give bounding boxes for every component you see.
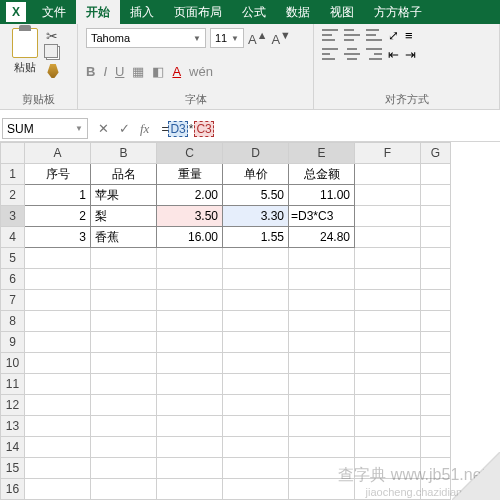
col-header[interactable]: D: [223, 143, 289, 164]
cell[interactable]: [91, 479, 157, 500]
orientation-icon[interactable]: ⤢: [388, 28, 399, 43]
cell[interactable]: 24.80: [289, 227, 355, 248]
tab-grid-addon[interactable]: 方方格子: [364, 0, 432, 24]
cell[interactable]: [355, 374, 421, 395]
cell[interactable]: [289, 311, 355, 332]
paste-button[interactable]: 粘贴: [8, 28, 42, 78]
cell[interactable]: [223, 479, 289, 500]
cell[interactable]: [355, 185, 421, 206]
cell[interactable]: [223, 395, 289, 416]
row-header[interactable]: 5: [1, 248, 25, 269]
cancel-formula-icon[interactable]: ✕: [98, 121, 109, 136]
copy-icon[interactable]: [46, 46, 60, 60]
cell[interactable]: [157, 332, 223, 353]
cell[interactable]: [223, 311, 289, 332]
cell[interactable]: [355, 479, 421, 500]
row-header[interactable]: 10: [1, 353, 25, 374]
row-header[interactable]: 4: [1, 227, 25, 248]
cell[interactable]: [355, 458, 421, 479]
cell-d3-ref[interactable]: 3.30: [223, 206, 289, 227]
cell[interactable]: 单价: [223, 164, 289, 185]
confirm-formula-icon[interactable]: ✓: [119, 121, 130, 136]
cell[interactable]: [355, 332, 421, 353]
cell[interactable]: [25, 290, 91, 311]
format-painter-icon[interactable]: [46, 64, 60, 78]
increase-indent-icon[interactable]: ⇥: [405, 47, 416, 62]
tab-home[interactable]: 开始: [76, 0, 120, 24]
cell[interactable]: 2.00: [157, 185, 223, 206]
col-header[interactable]: G: [421, 143, 451, 164]
cell[interactable]: [289, 395, 355, 416]
cell[interactable]: [421, 227, 451, 248]
row-header[interactable]: 3: [1, 206, 25, 227]
cell[interactable]: 香蕉: [91, 227, 157, 248]
row-header[interactable]: 7: [1, 290, 25, 311]
cell[interactable]: [289, 458, 355, 479]
row-header[interactable]: 12: [1, 395, 25, 416]
row-header[interactable]: 13: [1, 416, 25, 437]
italic-button[interactable]: I: [103, 64, 107, 79]
tab-formulas[interactable]: 公式: [232, 0, 276, 24]
cell[interactable]: [421, 416, 451, 437]
cell[interactable]: 苹果: [91, 185, 157, 206]
cell[interactable]: 序号: [25, 164, 91, 185]
cell[interactable]: 3: [25, 227, 91, 248]
cell[interactable]: [157, 437, 223, 458]
cell[interactable]: [157, 416, 223, 437]
cell[interactable]: [289, 332, 355, 353]
row-header[interactable]: 15: [1, 458, 25, 479]
decrease-indent-icon[interactable]: ⇤: [388, 47, 399, 62]
cell[interactable]: 1.55: [223, 227, 289, 248]
cell[interactable]: [25, 437, 91, 458]
align-top-icon[interactable]: [322, 28, 338, 42]
cell[interactable]: [421, 437, 451, 458]
cell[interactable]: [25, 458, 91, 479]
align-right-icon[interactable]: [366, 47, 382, 61]
cell[interactable]: [223, 269, 289, 290]
cell[interactable]: [421, 353, 451, 374]
cell[interactable]: 重量: [157, 164, 223, 185]
cell[interactable]: [355, 437, 421, 458]
cell[interactable]: 梨: [91, 206, 157, 227]
tab-file[interactable]: 文件: [32, 0, 76, 24]
shrink-font-icon[interactable]: A▼: [271, 29, 290, 47]
align-left-icon[interactable]: [322, 47, 338, 61]
cell[interactable]: [25, 248, 91, 269]
row-header[interactable]: 8: [1, 311, 25, 332]
cell[interactable]: [289, 353, 355, 374]
cell[interactable]: [157, 395, 223, 416]
cell[interactable]: [355, 269, 421, 290]
cell[interactable]: [421, 164, 451, 185]
cell[interactable]: [355, 395, 421, 416]
align-middle-icon[interactable]: [344, 28, 360, 42]
cell[interactable]: [25, 395, 91, 416]
cell[interactable]: [223, 416, 289, 437]
cell[interactable]: [421, 290, 451, 311]
col-header[interactable]: B: [91, 143, 157, 164]
cell[interactable]: [91, 353, 157, 374]
cell[interactable]: [355, 164, 421, 185]
col-header[interactable]: C: [157, 143, 223, 164]
col-header[interactable]: F: [355, 143, 421, 164]
cell[interactable]: [25, 311, 91, 332]
cell[interactable]: [355, 416, 421, 437]
cell[interactable]: [91, 437, 157, 458]
spreadsheet-grid[interactable]: A B C D E F G 1 序号 品名 重量 单价 总金额 2 1 苹果 2…: [0, 142, 500, 500]
font-color-button[interactable]: A: [172, 64, 181, 79]
cell[interactable]: [25, 416, 91, 437]
cell[interactable]: [223, 437, 289, 458]
cell[interactable]: [355, 290, 421, 311]
cell[interactable]: [223, 458, 289, 479]
cell[interactable]: [223, 374, 289, 395]
row-header[interactable]: 6: [1, 269, 25, 290]
wrap-text-button[interactable]: ≡: [405, 28, 413, 43]
row-header[interactable]: 1: [1, 164, 25, 185]
cell[interactable]: [25, 353, 91, 374]
insert-function-icon[interactable]: fx: [140, 121, 149, 137]
cell[interactable]: [289, 248, 355, 269]
bold-button[interactable]: B: [86, 64, 95, 79]
cell[interactable]: [91, 269, 157, 290]
cell[interactable]: 总金额: [289, 164, 355, 185]
font-size-combo[interactable]: 11▼: [210, 28, 244, 48]
cell[interactable]: [289, 416, 355, 437]
